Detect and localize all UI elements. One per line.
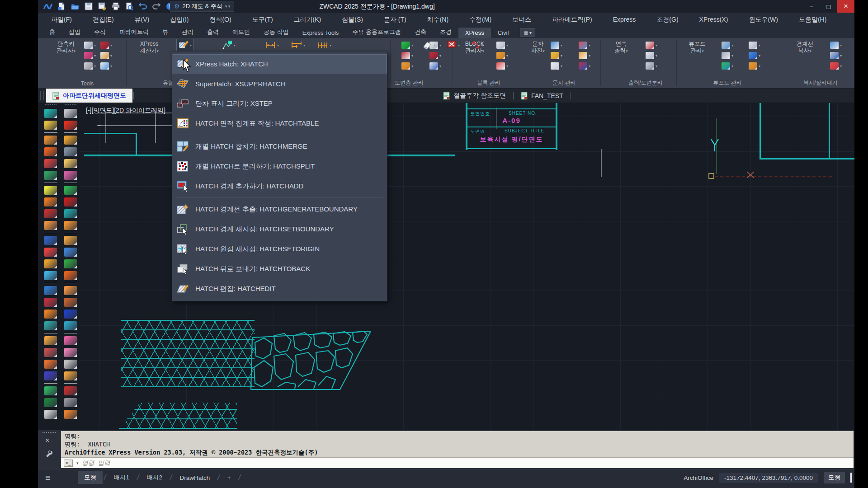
drag-handle-icon[interactable] (42, 432, 56, 435)
menu-조경(G)[interactable]: 조경(G) (646, 13, 689, 26)
menu-item[interactable]: HATCH 경계 재지정: HATCHSETBOUNDARY (172, 219, 387, 239)
tool-icon[interactable] (44, 310, 57, 319)
menu-item[interactable]: SuperHatch: XSUPERHATCH (172, 74, 387, 94)
dim-linear-button[interactable]: ▾ (263, 39, 281, 52)
ribbon-tool-button[interactable]: ▾ (429, 52, 441, 59)
layout-tab-+[interactable]: + (221, 472, 237, 483)
tool-icon[interactable] (64, 398, 77, 407)
ribbon-tab-홈[interactable]: 홈 (42, 26, 62, 38)
ribbon-tool-button[interactable]: ▾ (84, 42, 96, 49)
tool-icon[interactable] (44, 159, 57, 168)
ribbon-tool-button[interactable]: ▾ (551, 52, 562, 59)
doc-tab[interactable]: 아파트단위세대평면도 (46, 89, 132, 103)
tool-icon[interactable] (64, 298, 77, 307)
ribbon-tab-Express Tools[interactable]: Express Tools (296, 28, 346, 38)
tool-icon[interactable] (64, 271, 77, 280)
menu-Express[interactable]: Express (603, 13, 646, 26)
ribbon-tab-애드인[interactable]: 애드인 (226, 26, 257, 38)
doc-tab[interactable]: FAN_TEST (514, 89, 570, 103)
red-arrows-button[interactable]: ▾ (468, 39, 485, 52)
close-command-icon[interactable]: × (45, 436, 49, 445)
tool-icon[interactable] (64, 248, 77, 257)
ribbon-tool-button[interactable]: ▾ (401, 62, 413, 70)
tool-icon[interactable] (44, 236, 57, 245)
tool-icon[interactable] (64, 147, 77, 156)
ribbon-tool-button[interactable]: ▾ (496, 62, 508, 70)
continuous-print-button[interactable]: 연속 출력▾ (604, 40, 638, 55)
ribbon-tool-button[interactable]: ▾ (830, 52, 842, 59)
drawing-area[interactable]: [-][평면도][2D 와이어프레임] 도면번호 SHEET NO. A-09 … (38, 103, 854, 430)
menu-심볼(S)[interactable]: 심볼(S) (331, 13, 373, 26)
tool-icon[interactable] (64, 136, 77, 145)
tool-icon[interactable] (64, 197, 77, 206)
ribbon-tab-삽입[interactable]: 삽입 (62, 26, 87, 38)
ribbon-tool-button[interactable]: ▾ (84, 52, 96, 59)
tool-icon[interactable] (64, 348, 77, 357)
tab-grip[interactable] (40, 91, 44, 100)
ribbon-tool-button[interactable]: ▾ (646, 42, 657, 49)
tool-icon[interactable] (44, 197, 57, 206)
tool-icon[interactable] (44, 336, 57, 345)
redo-icon[interactable] (151, 1, 162, 12)
ribbon-tool-button[interactable]: ▾ (551, 42, 562, 49)
command-history[interactable]: 명령:명령: _XHATCHArchiOffice XPress Version… (61, 431, 854, 457)
tool-icon[interactable] (44, 286, 57, 295)
ribbon-tab-출력[interactable]: 출력 (200, 26, 226, 38)
save-icon[interactable] (83, 1, 94, 12)
open-folder-icon[interactable] (70, 1, 80, 12)
tool-icon[interactable] (44, 147, 57, 156)
tool-icon[interactable] (64, 209, 77, 218)
ribbon-tool-button[interactable]: ▾ (646, 52, 657, 59)
tool-icon[interactable] (64, 371, 77, 380)
red-x-button[interactable]: ▾ (445, 39, 462, 52)
zwcad-logo[interactable] (42, 1, 53, 12)
undo-icon[interactable] (137, 1, 148, 12)
ribbon-tab-파라메트릭[interactable]: 파라메트릭 (113, 26, 156, 38)
tool-icon[interactable] (44, 171, 57, 180)
hamburger-menu-icon[interactable]: ≡ (45, 473, 51, 483)
tool-icon[interactable] (64, 109, 77, 118)
tool-icon[interactable] (64, 321, 77, 330)
menu-item[interactable]: 단차 표시 그리기: XSTEP (172, 94, 387, 113)
menu-item[interactable]: HATCH 경계 추가하기: HATCHADD (172, 176, 387, 196)
tool-icon[interactable] (64, 171, 77, 180)
menu-item[interactable]: 개별 HATCH 합치기: HATCHMERGE (172, 136, 387, 156)
triangular-hatch-sample[interactable] (121, 320, 255, 387)
tool-icon[interactable] (44, 121, 57, 130)
ribbon-tool-button[interactable]: ▾ (579, 52, 590, 59)
menu-치수(N)[interactable]: 치수(N) (417, 13, 459, 26)
viewport-manager-button[interactable]: 뷰포트 관리▾ (680, 40, 714, 55)
tool-icon[interactable] (64, 310, 77, 319)
ribbon-tool-button[interactable]: ▾ (722, 42, 733, 49)
ribbon-tool-button[interactable]: ▾ (401, 52, 413, 59)
tool-icon[interactable] (64, 221, 77, 230)
menu-형식(O)[interactable]: 형식(O) (199, 13, 241, 26)
workspace-selector[interactable]: ⚙ 2D 제도 & 주석 ▾ ▾ (170, 1, 234, 12)
text-dictionary-button[interactable]: 문자 사전▾ (521, 40, 555, 55)
doc-tab[interactable]: 철골주각 참조도면 (437, 89, 512, 103)
ribbon-tool-button[interactable]: ▾ (830, 62, 842, 70)
command-input[interactable]: >_ ▾ 명령 입력 (61, 457, 854, 468)
tool-icon[interactable] (64, 386, 77, 395)
ribbon-tool-button[interactable]: ▾ (84, 62, 96, 70)
tool-icon[interactable] (64, 121, 77, 130)
ribbon-tool-button[interactable]: ▾ (496, 42, 508, 49)
preview-icon[interactable] (124, 1, 135, 12)
tool-icon[interactable] (44, 248, 57, 257)
ribbon-tool-button[interactable]: ▾ (749, 42, 760, 49)
ribbon-tab-주요 응용프로그램[interactable]: 주요 응용프로그램 (345, 26, 408, 38)
tool-icon[interactable] (44, 321, 57, 330)
menu-XPress(X)[interactable]: XPress(X) (689, 13, 739, 26)
ribbon-tool-button[interactable]: ▾ (100, 42, 112, 49)
tool-icon[interactable] (64, 259, 77, 268)
close-button[interactable]: × (837, 0, 854, 13)
menu-item[interactable]: XPress Hatch: XHATCH (172, 54, 387, 74)
ribbon-tool-button[interactable]: ▾ (100, 52, 112, 59)
dim-continue-button[interactable]: ▾ (316, 39, 333, 52)
ribbon-tab-XPress[interactable]: XPress (458, 28, 491, 38)
maximize-button[interactable]: □ (820, 0, 837, 13)
menu-삽입(I)[interactable]: 삽입(I) (160, 13, 199, 26)
ribbon-tool-button[interactable]: ▾ (722, 62, 733, 70)
ribbon-tool-button[interactable]: ▾ (749, 62, 760, 70)
menu-그리기(K)[interactable]: 그리기(K) (283, 13, 332, 26)
